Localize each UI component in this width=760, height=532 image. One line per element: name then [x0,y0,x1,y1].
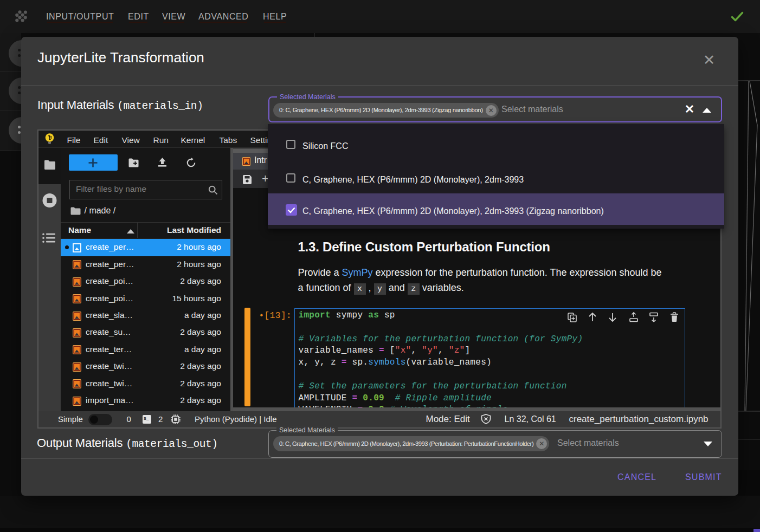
svg-text:$_: $_ [144,416,149,421]
